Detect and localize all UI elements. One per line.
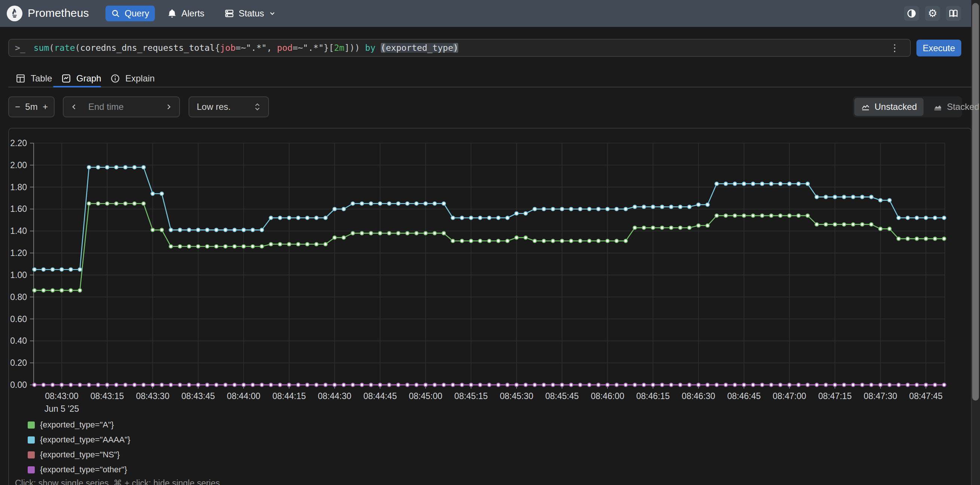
svg-text:08:44:30: 08:44:30 bbox=[318, 391, 352, 401]
legend-swatch bbox=[28, 422, 35, 429]
svg-text:08:46:00: 08:46:00 bbox=[590, 391, 624, 401]
graph-canvas[interactable]: 0.000.200.400.600.801.001.201.401.601.80… bbox=[0, 0, 980, 485]
svg-text:Jun 5 '25: Jun 5 '25 bbox=[45, 404, 79, 414]
svg-text:08:43:45: 08:43:45 bbox=[181, 391, 215, 401]
legend-item[interactable]: {exported_type="other"} bbox=[28, 465, 130, 474]
legend-swatch bbox=[28, 436, 35, 444]
series-legend: {exported_type="A"}{exported_type="AAAA"… bbox=[28, 420, 130, 474]
svg-text:08:43:30: 08:43:30 bbox=[136, 391, 169, 401]
svg-text:08:45:00: 08:45:00 bbox=[409, 391, 442, 401]
legend-item[interactable]: {exported_type="NS"} bbox=[28, 450, 130, 460]
svg-text:0.80: 0.80 bbox=[10, 292, 27, 302]
svg-text:1.20: 1.20 bbox=[10, 248, 27, 258]
legend-item[interactable]: {exported_type="A"} bbox=[28, 420, 130, 430]
legend-label: {exported_type="A"} bbox=[40, 420, 114, 430]
svg-text:08:43:15: 08:43:15 bbox=[91, 391, 124, 401]
svg-text:1.40: 1.40 bbox=[10, 226, 27, 236]
svg-text:0.60: 0.60 bbox=[10, 314, 27, 324]
svg-text:08:46:30: 08:46:30 bbox=[682, 391, 716, 401]
svg-text:08:47:30: 08:47:30 bbox=[864, 391, 897, 401]
legend-label: {exported_type="other"} bbox=[40, 465, 127, 474]
legend-label: {exported_type="NS"} bbox=[40, 450, 120, 460]
svg-text:08:43:00: 08:43:00 bbox=[45, 391, 78, 401]
svg-text:0.40: 0.40 bbox=[10, 336, 27, 346]
svg-text:08:45:30: 08:45:30 bbox=[500, 391, 533, 401]
svg-text:08:47:45: 08:47:45 bbox=[909, 391, 943, 401]
svg-text:08:45:45: 08:45:45 bbox=[546, 391, 579, 401]
svg-text:08:45:15: 08:45:15 bbox=[455, 391, 488, 401]
svg-text:08:44:15: 08:44:15 bbox=[272, 391, 306, 401]
svg-text:08:46:15: 08:46:15 bbox=[636, 391, 670, 401]
svg-text:1.60: 1.60 bbox=[10, 204, 27, 214]
svg-text:1.80: 1.80 bbox=[10, 182, 27, 192]
legend-item[interactable]: {exported_type="AAAA"} bbox=[28, 435, 130, 445]
svg-text:08:46:45: 08:46:45 bbox=[727, 391, 761, 401]
legend-hint-text: Click: show single series, ⌘ + click: hi… bbox=[15, 478, 220, 485]
legend-swatch bbox=[28, 466, 35, 474]
svg-text:1.00: 1.00 bbox=[10, 270, 27, 280]
svg-text:08:47:15: 08:47:15 bbox=[818, 391, 852, 401]
svg-text:2.00: 2.00 bbox=[10, 160, 27, 170]
svg-text:08:44:45: 08:44:45 bbox=[363, 391, 397, 401]
svg-text:2.20: 2.20 bbox=[10, 138, 27, 148]
svg-text:08:47:00: 08:47:00 bbox=[773, 391, 807, 401]
svg-text:0.00: 0.00 bbox=[10, 380, 27, 390]
svg-text:08:44:00: 08:44:00 bbox=[227, 391, 261, 401]
legend-swatch bbox=[28, 452, 35, 458]
legend-label: {exported_type="AAAA"} bbox=[40, 435, 130, 445]
svg-text:0.20: 0.20 bbox=[10, 358, 27, 368]
